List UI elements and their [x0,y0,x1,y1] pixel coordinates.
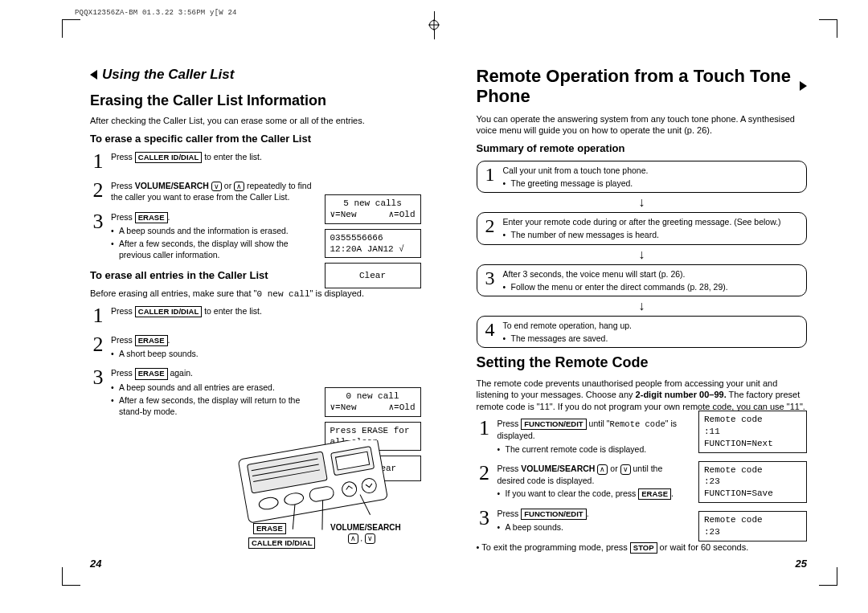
step-2: 2 Press VOLUME/SEARCH ∨ or ∧ repeatedly … [90,180,321,203]
key-caller-id: CALLER ID/DIAL [135,306,202,317]
key-caller-id: CALLER ID/DIAL [135,152,202,163]
arrow-left-icon [90,70,97,80]
step-r1: 1 Press FUNCTION/EDIT until "Remote code… [477,418,687,455]
step-r3: 3 Press FUNCTION/EDIT. A beep sounds. [477,508,687,533]
intro-text: Before erasing all entries, make sure th… [90,288,421,300]
section-header: Remote Operation from a Touch Tone Phone [477,66,808,107]
page-title: Erasing the Caller List Information [90,91,421,110]
exit-note: • To exit the programming mode, press ST… [477,541,808,554]
lcd-display: Remote code:23 [698,511,807,541]
intro-text: The remote code prevents unauthorised pe… [477,378,808,414]
summary-step-2: 2Enter your remote code during or after … [477,212,808,244]
page-title: Remote Operation from a Touch Tone Phone [477,66,796,107]
page-wrap: PQQX12356ZA-BM 01.3.22 3:56PM y[W 24 Usi… [0,0,868,613]
arrow-right-icon [800,81,807,91]
page-number: 25 [796,557,807,571]
key-erase: ERASE [135,212,168,223]
key-function-edit: FUNCTION/EDIT [521,509,586,520]
down-icon: ∨ [620,464,631,475]
page-number: 24 [90,557,101,571]
down-arrow-icon: ↓ [477,300,808,313]
diagram-label-erase: ERASE [253,523,286,534]
section-header: Using the Caller List [90,66,421,84]
subheading: Summary of remote operation [477,141,808,156]
lcd-display: Remote code:11 FUNCTION=Next [698,411,807,453]
page-24: Using the Caller List Erasing the Caller… [63,45,448,576]
down-arrow-icon: ↓ [477,248,808,261]
down-arrow-icon: ↓ [477,196,808,209]
step-1b: 1 Press CALLER ID/DIAL to enter the list… [90,305,321,326]
key-stop: STOP [630,542,657,554]
diagram-label-volume: VOLUME/SEARCH [330,522,401,533]
section-title: Using the Caller List [102,66,234,84]
lcd-display: 0355556666 12:20A JAN12 √ [325,229,421,259]
registration-mark [429,11,439,39]
lcd-stack-1: 5 new calls ∨=New∧=Old 0355556666 12:20A… [325,194,421,288]
print-header: PQQX12356ZA-BM 01.3.22 3:56PM y[W 24 [75,10,237,17]
step-1: 1 Press CALLER ID/DIAL to enter the list… [90,151,321,172]
diagram-label-arrows: ∧ , ∨ [348,533,375,544]
lcd-stack-right: Remote code:11 FUNCTION=Next Remote code… [698,411,807,541]
subheading: To erase a specific caller from the Call… [90,132,421,146]
up-icon: ∧ [597,464,608,475]
key-erase: ERASE [135,335,168,346]
lcd-display: 5 new calls ∨=New∧=Old [325,194,421,224]
summary-step-3: 3After 3 seconds, the voice menu will st… [477,264,808,296]
step-3b: 3 Press ERASE again. A beep sounds and a… [90,367,321,417]
summary-step-4: 4To end remote operation, hang up.The me… [477,316,808,348]
crop-mark [819,19,837,38]
step-2b: 2 Press ERASE. A short beep sounds. [90,334,321,360]
key-erase: ERASE [638,488,671,500]
device-diagram: ERASE CALLER ID/DIAL VOLUME/SEARCH ∧ , ∨ [227,440,404,549]
intro-text: You can operate the answering system fro… [477,113,808,137]
lcd-display: Clear [325,263,421,288]
page-25: Remote Operation from a Touch Tone Phone… [449,45,835,576]
key-erase: ERASE [135,368,168,379]
up-icon: ∧ [234,182,244,192]
summary-step-1: 1Call your unit from a touch tone phone.… [477,161,808,193]
section-title: Setting the Remote Code [477,353,808,372]
intro-text: After checking the Caller List, you can … [90,115,421,127]
step-3: 3 Press ERASE. A beep sounds and the inf… [90,211,321,261]
step-r2: 2 Press VOLUME/SEARCH ∧ or ∨ until the d… [477,463,687,500]
down-icon: ∨ [211,182,222,192]
key-function-edit: FUNCTION/EDIT [521,419,586,430]
lcd-display: 0 new call ∨=New∧=Old [325,387,421,417]
diagram-label-caller: CALLER ID/DIAL [248,537,315,549]
lcd-display: Remote code:23 FUNCTION=Save [698,461,807,504]
crop-mark [62,19,80,38]
